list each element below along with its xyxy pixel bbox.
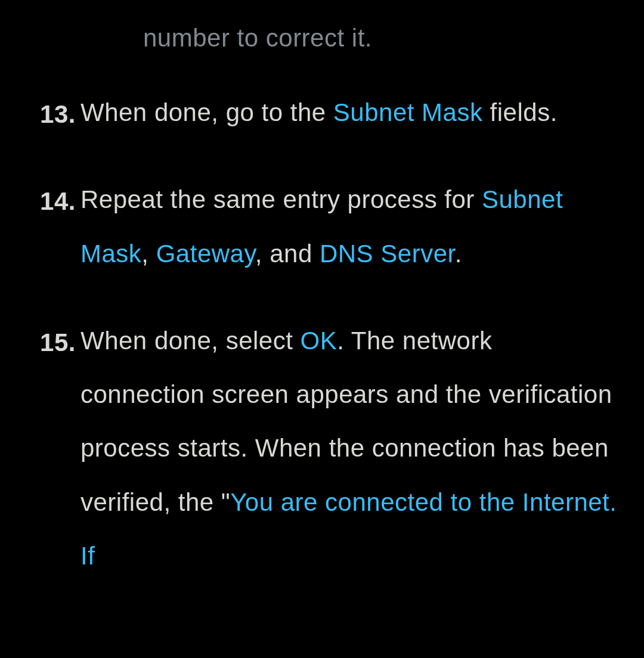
highlight-term: Subnet Mask [333,98,483,126]
item-number: 13. [27,100,80,139]
body-text: fields. [482,98,557,126]
list-item: 15.When done, select OK. The network con… [27,328,617,583]
item-content: When done, select OK. The network connec… [80,314,617,583]
item-content: When done, go to the Subnet Mask fields. [80,86,617,139]
list-item: 14.Repeat the same entry process for Sub… [27,187,617,281]
item-number: 15. [27,328,80,583]
body-text: , [141,240,156,268]
list-item: 13.When done, go to the Subnet Mask fiel… [27,100,617,139]
body-text: When done, select [80,327,301,355]
highlight-term: Gateway [156,240,255,268]
fragment-text: number to correct it. [143,24,617,52]
highlight-term: OK [301,327,338,355]
body-text: . [455,240,462,268]
body-text: When done, go to the [80,98,333,126]
highlight-term: DNS Server [320,240,455,268]
body-text: Repeat the same entry process for [80,185,482,213]
item-content: Repeat the same entry process for Subnet… [80,173,617,281]
body-text: , and [255,240,320,268]
item-number: 14. [27,187,80,281]
